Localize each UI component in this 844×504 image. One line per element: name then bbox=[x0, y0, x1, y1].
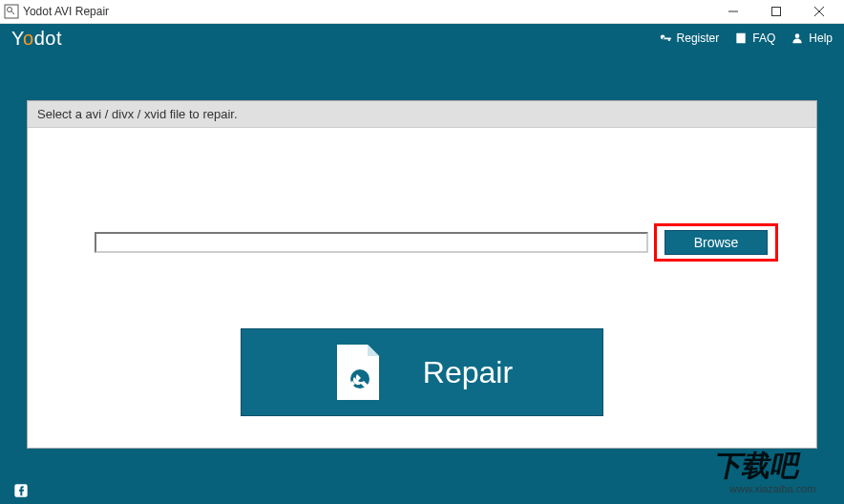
minimize-button[interactable] bbox=[711, 0, 754, 24]
svg-rect-7 bbox=[737, 33, 745, 44]
app-icon bbox=[4, 4, 19, 19]
close-button[interactable] bbox=[797, 0, 840, 24]
repair-button[interactable]: Repair bbox=[241, 328, 603, 416]
window-title: Yodot AVI Repair bbox=[23, 5, 711, 18]
repair-label: Repair bbox=[423, 355, 513, 390]
footer-bar bbox=[0, 477, 844, 504]
browse-button[interactable]: Browse bbox=[665, 230, 768, 255]
main-area: Browse Repair bbox=[28, 223, 816, 416]
logo: Yodot bbox=[11, 28, 62, 50]
person-icon bbox=[791, 32, 804, 45]
facebook-icon[interactable] bbox=[13, 483, 29, 498]
repair-file-icon bbox=[331, 343, 385, 402]
svg-rect-8 bbox=[744, 33, 746, 44]
browse-highlight: Browse bbox=[654, 223, 778, 262]
window-titlebar: Yodot AVI Repair bbox=[0, 0, 844, 24]
register-label: Register bbox=[677, 32, 720, 45]
app-body: Select a avi / divx / xvid file to repai… bbox=[0, 52, 844, 477]
svg-line-2 bbox=[11, 11, 14, 14]
key-icon bbox=[659, 32, 672, 45]
faq-label: FAQ bbox=[752, 32, 775, 45]
book-icon bbox=[734, 32, 748, 45]
svg-point-9 bbox=[795, 33, 800, 38]
svg-point-1 bbox=[8, 8, 12, 12]
file-input-row: Browse bbox=[56, 223, 788, 262]
window-controls bbox=[711, 0, 840, 24]
help-label: Help bbox=[809, 32, 833, 45]
browse-label: Browse bbox=[694, 235, 739, 250]
header-links: Register FAQ Help bbox=[659, 32, 833, 45]
file-path-input[interactable] bbox=[95, 232, 648, 253]
register-link[interactable]: Register bbox=[659, 32, 720, 45]
help-link[interactable]: Help bbox=[791, 32, 833, 45]
content-panel: Select a avi / divx / xvid file to repai… bbox=[27, 100, 817, 449]
logo-text: Yodot bbox=[11, 28, 62, 50]
faq-link[interactable]: FAQ bbox=[734, 32, 775, 45]
svg-rect-4 bbox=[771, 8, 780, 16]
app-header: Yodot Register FAQ Help bbox=[0, 24, 844, 52]
instruction-bar: Select a avi / divx / xvid file to repai… bbox=[28, 101, 816, 128]
maximize-button[interactable] bbox=[754, 0, 797, 24]
